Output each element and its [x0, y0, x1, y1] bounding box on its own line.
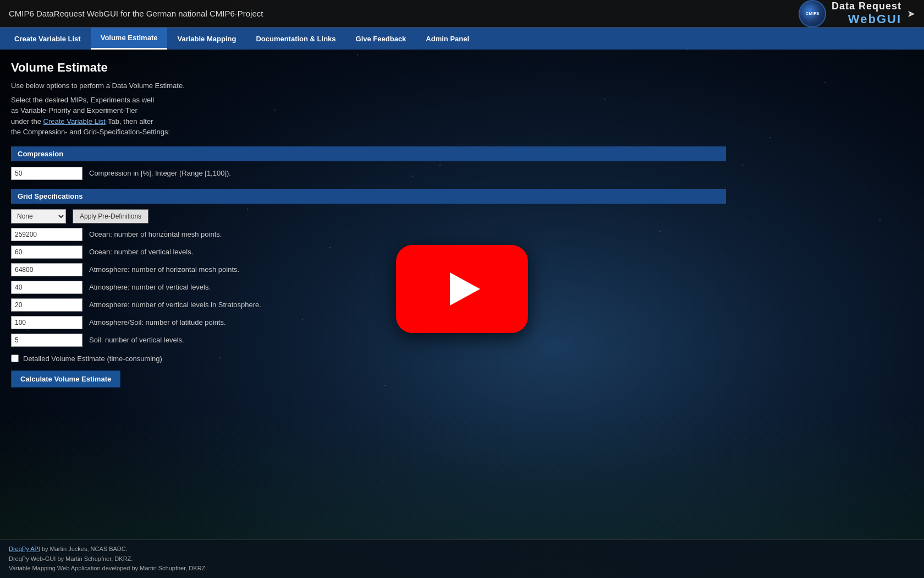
label-ocean_horiz: Ocean: number of horizontal mesh points.: [89, 230, 222, 238]
compression-input[interactable]: [11, 167, 82, 180]
input-atm_vert_strat[interactable]: [11, 298, 82, 312]
predefinitions-row: None ECMWF MPI-ESM ICON Apply Pre-Defini…: [11, 209, 484, 223]
youtube-overlay: [396, 245, 528, 333]
label-atm_vert: Atmosphere: number of vertical levels.: [89, 283, 211, 291]
page-title: Volume Estimate: [11, 61, 484, 75]
grid-field-ocean_horiz: Ocean: number of horizontal mesh points.: [11, 228, 484, 241]
label-atm_vert_strat: Atmosphere: number of vertical levels in…: [89, 301, 261, 309]
nav-admin-panel[interactable]: Admin Panel: [416, 28, 479, 50]
header-title: CMIP6 DataRequest WebGUI for the German …: [9, 9, 263, 18]
footer: DreqPy API by Martin Juckes, NCAS BADC. …: [0, 539, 924, 578]
brand-text: Data Request WebGUI: [832, 1, 901, 26]
logo: CMIP6: [799, 0, 826, 28]
description-2: Select the desired MIPs, Experiments as …: [11, 95, 484, 138]
input-atm_lat[interactable]: [11, 316, 82, 329]
label-ocean_vert: Ocean: number of vertical levels.: [89, 248, 193, 256]
nav-documentation-links[interactable]: Documentation & Links: [246, 28, 345, 50]
detailed-estimate-row: Detailed Volume Estimate (time-consuming…: [11, 355, 484, 363]
nav-create-variable-list[interactable]: Create Variable List: [4, 28, 91, 50]
nav-volume-estimate[interactable]: Volume Estimate: [91, 28, 168, 50]
input-atm_horiz[interactable]: [11, 263, 82, 276]
dreqpy-api-link[interactable]: DreqPy API: [9, 546, 40, 552]
header-brand: CMIP6 Data Request WebGUI ➤: [799, 0, 915, 28]
input-ocean_vert[interactable]: [11, 246, 82, 259]
input-ocean_horiz[interactable]: [11, 228, 82, 241]
create-variable-list-link[interactable]: Create Variable List: [43, 117, 106, 126]
brand-line1: Data Request: [832, 1, 901, 12]
footer-line2: DreqPy Web-GUI by Martin Schupfner, DKRZ…: [9, 554, 915, 564]
calculate-button[interactable]: Calculate Volume Estimate: [11, 370, 120, 388]
detailed-estimate-checkbox[interactable]: [11, 355, 19, 362]
footer-line1: DreqPy API by Martin Juckes, NCAS BADC.: [9, 544, 915, 554]
grid-section-header: Grid Specifications: [11, 189, 726, 204]
grid-field-soil_vert: Soil: number of vertical levels.: [11, 334, 484, 347]
predefinitions-select[interactable]: None ECMWF MPI-ESM ICON: [11, 209, 66, 223]
label-soil_vert: Soil: number of vertical levels.: [89, 336, 184, 344]
compression-label: Compression in [%], Integer (Range [1,10…: [89, 169, 231, 177]
main-content: Volume Estimate Use below options to per…: [0, 50, 495, 399]
nav-variable-mapping[interactable]: Variable Mapping: [167, 28, 246, 50]
compression-section-header: Compression: [11, 146, 726, 161]
youtube-play-button[interactable]: [396, 245, 528, 333]
description-1: Use below options to perform a Data Volu…: [11, 80, 484, 91]
label-atm_lat: Atmosphere/Soil: number of latitude poin…: [89, 318, 226, 326]
footer-line3: Variable Mapping Web Application develop…: [9, 564, 915, 574]
compression-row: Compression in [%], Integer (Range [1,10…: [11, 167, 484, 180]
apply-predefinitions-button[interactable]: Apply Pre-Definitions: [73, 209, 148, 223]
header: CMIP6 DataRequest WebGUI for the German …: [0, 0, 924, 28]
input-soil_vert[interactable]: [11, 334, 82, 347]
navbar: Create Variable List Volume Estimate Var…: [0, 28, 924, 50]
share-icon[interactable]: ➤: [907, 8, 915, 20]
input-atm_vert[interactable]: [11, 281, 82, 294]
brand-line2: WebGUI: [832, 12, 901, 26]
nav-give-feedback[interactable]: Give Feedback: [346, 28, 416, 50]
label-atm_horiz: Atmosphere: number of horizontal mesh po…: [89, 265, 239, 274]
detailed-estimate-label: Detailed Volume Estimate (time-consuming…: [23, 355, 162, 363]
